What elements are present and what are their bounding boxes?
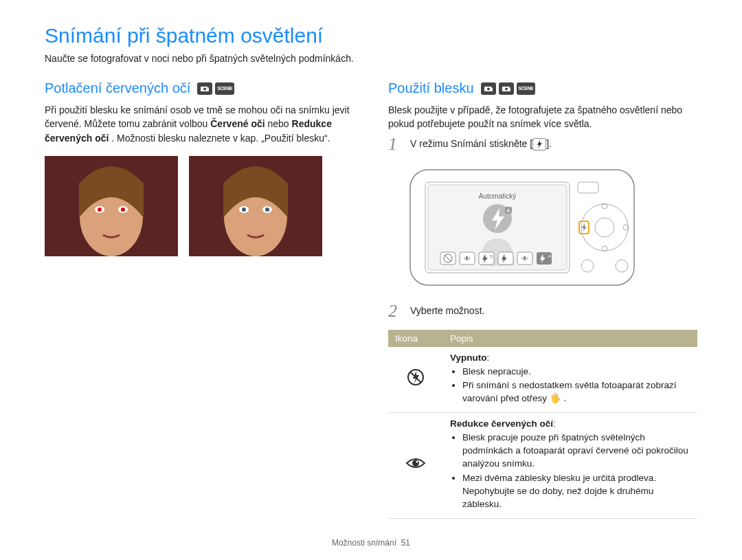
svg-point-8 xyxy=(121,208,125,212)
example-photos xyxy=(45,156,354,256)
svg-text:S: S xyxy=(490,254,493,258)
flash-heading: Použití blesku a p SCENE xyxy=(388,80,697,96)
option-desc: Vypnuto: Blesk nepracuje. Při snímání s … xyxy=(443,347,697,413)
th-icon: Ikona xyxy=(388,330,443,347)
svg-text:👁: 👁 xyxy=(464,255,471,262)
camera-p-mode-icon: p xyxy=(499,82,514,95)
page-footer: Možnosti snímání 51 xyxy=(0,538,742,548)
svg-text:a: a xyxy=(491,85,493,89)
photo-redeye-after xyxy=(189,156,322,256)
manual-page: Snímání při špatném osvětlení Naučte se … xyxy=(0,0,742,533)
scene-mode-icon: SCENE xyxy=(517,82,536,95)
table-row: Vypnuto: Blesk nepracuje. Při snímání s … xyxy=(388,347,697,413)
flash-mode-icons: a p SCENE xyxy=(481,82,536,95)
flash-options-table: Ikona Popis Vypnuto: Blesk nepracuje. xyxy=(388,330,697,519)
step-1: 1 V režimu Snímání stiskněte []. xyxy=(388,135,697,153)
svg-point-59 xyxy=(416,461,418,463)
camera-p-mode-icon: p xyxy=(197,82,212,95)
flash-intro: Blesk použijte v případě, že fotografuje… xyxy=(388,103,697,131)
step-body: Vyberte možnost. xyxy=(410,302,697,316)
camera-illustration: A Automatický 👁 S xyxy=(409,163,697,295)
svg-point-16 xyxy=(487,87,490,90)
svg-point-19 xyxy=(505,87,508,90)
step-number: 1 xyxy=(388,135,402,153)
column-right: Použití blesku a p SCENE Blesk použijte … xyxy=(388,80,697,519)
th-desc: Popis xyxy=(443,330,697,347)
svg-point-6 xyxy=(98,208,102,212)
svg-point-54 xyxy=(616,260,628,272)
svg-text:A: A xyxy=(548,254,551,258)
flash-button-icon xyxy=(532,138,546,150)
svg-marker-21 xyxy=(537,140,542,148)
svg-text:👁: 👁 xyxy=(521,255,528,262)
step-2: 2 Vyberte možnost. xyxy=(388,302,697,320)
table-row: Redukce červených očí: Blesk pracuje pou… xyxy=(388,413,697,518)
scene-mode-icon: SCENE xyxy=(215,82,234,95)
step-number: 2 xyxy=(388,302,402,320)
svg-text:p: p xyxy=(509,85,511,89)
svg-rect-45 xyxy=(578,182,598,193)
column-left: Potlačení červených očí p SCENE Při použ… xyxy=(45,80,354,519)
svg-point-12 xyxy=(242,208,246,212)
svg-point-47 xyxy=(595,218,614,237)
redeye-heading: Potlačení červených očí p SCENE xyxy=(45,80,354,96)
flash-heading-text: Použití blesku xyxy=(388,80,474,96)
svg-point-53 xyxy=(581,260,594,272)
redeye-heading-text: Potlačení červených očí xyxy=(45,80,190,96)
page-subtitle: Naučte se fotografovat v noci nebo při š… xyxy=(45,53,697,64)
svg-point-1 xyxy=(203,87,206,90)
page-title: Snímání při špatném osvětlení xyxy=(45,24,697,47)
flash-off-icon xyxy=(388,347,443,413)
svg-point-58 xyxy=(412,460,419,467)
camera-a-mode-icon: a xyxy=(481,82,496,95)
camera-screen-label: Automatický xyxy=(479,192,516,200)
option-desc: Redukce červených očí: Blesk pracuje pou… xyxy=(443,413,697,518)
redeye-paragraph: Při použití blesku ke snímání osob ve tm… xyxy=(45,103,354,145)
svg-point-14 xyxy=(265,208,269,212)
photo-redeye-before xyxy=(45,156,178,256)
step-body: V režimu Snímání stiskněte []. xyxy=(410,135,697,150)
svg-text:p: p xyxy=(207,85,210,89)
svg-text:A: A xyxy=(506,208,510,214)
redeye-mode-icons: p SCENE xyxy=(197,82,234,95)
redeye-reduction-icon xyxy=(388,413,443,518)
content-columns: Potlačení červených očí p SCENE Při použ… xyxy=(45,80,697,519)
steps: 1 V režimu Snímání stiskněte []. xyxy=(388,135,697,320)
